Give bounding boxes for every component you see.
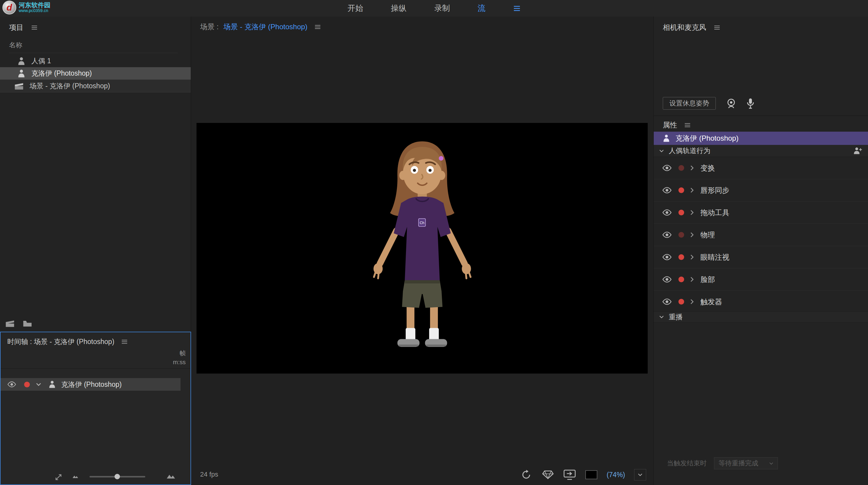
behavior-label: 触发器 [701,297,722,307]
puppet-leg-right [430,305,438,331]
visibility-eye-icon[interactable] [662,209,672,216]
replays-section-header[interactable]: 重播 [654,311,868,323]
scene-title-link[interactable]: 场景 - 克洛伊 (Photoshop) [223,22,307,32]
timeline-zoom-slider[interactable] [90,476,145,478]
puppet-leg-left [407,305,414,331]
timeline-zoom-slider-knob[interactable] [115,474,120,479]
scene-panel-menu-icon[interactable] [315,25,321,29]
visibility-eye-icon[interactable] [662,187,672,193]
chevron-right-icon[interactable] [690,299,694,304]
chevron-right-icon[interactable] [690,254,694,260]
chevron-right-icon[interactable] [690,210,694,216]
arm-record-dot[interactable] [24,382,30,387]
tab-start[interactable]: 开始 [347,3,363,13]
behavior-row-face[interactable]: 脸部 [654,268,868,291]
arm-record-dot[interactable] [678,210,684,216]
chevron-right-icon[interactable] [690,232,694,238]
tab-rig[interactable]: 操纵 [391,3,407,13]
chevron-down-icon [769,462,773,465]
puppet-icon [49,381,56,388]
behavior-row-physics[interactable]: 物理 [654,224,868,246]
tab-record[interactable]: 录制 [434,3,450,13]
tab-stream[interactable]: 流 [478,3,486,13]
visibility-eye-icon[interactable] [662,165,672,171]
zoom-out-icon[interactable] [72,475,79,478]
visibility-eye-icon[interactable] [662,298,672,305]
visibility-eye-icon[interactable] [662,276,672,283]
behavior-row-eyegaze[interactable]: 眼睛注视 [654,246,868,268]
new-folder-icon[interactable] [23,320,32,327]
chevron-down-icon[interactable] [36,383,41,386]
workspace-menu-icon[interactable] [513,6,521,11]
zoom-level-label[interactable]: (74%) [607,471,625,479]
timeline-track-label: 克洛伊 (Photoshop) [61,380,122,389]
camera-icon[interactable] [726,98,736,108]
fit-timeline-icon[interactable] [55,474,62,481]
refresh-icon[interactable] [520,469,532,481]
project-item-scene-chloe[interactable]: 场景 - 克洛伊 (Photoshop) [0,79,191,93]
diamond-icon[interactable] [541,469,554,481]
chevron-right-icon[interactable] [690,187,694,193]
selected-puppet-label: 克洛伊 (Photoshop) [675,133,738,143]
watermark-site-name: 河东软件园 [19,1,50,8]
properties-panel-menu-icon[interactable] [684,123,690,127]
timeline-track-chloe[interactable]: 克洛伊 (Photoshop) [1,378,181,391]
puppet-shorts [402,280,442,308]
chevron-right-icon[interactable] [690,277,694,282]
scene-title-prefix: 场景 : [200,22,218,32]
arm-record-dot[interactable] [678,165,684,171]
visibility-eye-icon[interactable] [662,232,672,238]
timeline-panel-menu-icon[interactable] [121,340,127,344]
zoom-in-icon[interactable] [166,474,176,479]
timeline-zoom-toolbar [1,472,190,482]
puppet-sock-left [406,328,415,341]
puppet-icon [18,69,25,78]
arm-record-dot[interactable] [678,299,684,304]
camera-panel-title: 相机和麦克风 [663,23,706,32]
visibility-eye-icon[interactable] [7,381,16,387]
properties-panel-title: 属性 [663,120,677,130]
puppet-chloe[interactable]: Ch [353,137,491,348]
add-behavior-icon[interactable] [853,147,862,155]
set-rest-pose-button[interactable]: 设置休息姿势 [663,97,716,110]
behavior-row-triggers[interactable]: 触发器 [654,291,868,313]
project-name-column-header[interactable]: 名称 [9,41,178,53]
behavior-row-transform[interactable]: 变换 [654,157,868,179]
background-color-icon[interactable] [585,469,598,481]
trigger-end-dropdown[interactable]: 等待重播完成 [714,457,778,469]
arm-record-dot[interactable] [678,254,684,260]
puppet-icon [18,57,25,65]
visibility-eye-icon[interactable] [662,254,672,260]
new-scene-icon[interactable] [5,320,14,327]
chevron-right-icon[interactable] [690,165,694,171]
chevron-down-icon[interactable] [659,150,664,153]
behaviors-section-header[interactable]: 人偶轨道行为 [654,145,868,157]
timeline-frames-unit: 帧 [173,349,186,358]
microphone-icon[interactable] [747,98,754,109]
behavior-label: 物理 [701,230,715,240]
chevron-down-icon[interactable] [659,315,664,318]
arm-record-dot[interactable] [678,232,684,238]
timeline-panel: 时间轴 : 场景 - 克洛伊 (Photoshop) 帧 m:ss 克洛伊 (P… [0,332,191,485]
arm-record-dot[interactable] [678,277,684,282]
puppet-hair-clip [439,156,443,161]
timeline-panel-title: 时间轴 : 场景 - 克洛伊 (Photoshop) [7,337,114,347]
project-item-puppet1[interactable]: 人偶 1 [0,55,191,67]
behavior-row-dragger[interactable]: 拖动工具 [654,201,868,224]
puppet-pupil-right [429,169,432,172]
scene-canvas[interactable]: Ch [196,123,648,374]
behavior-row-lipsync[interactable]: 唇形同步 [654,179,868,201]
camera-panel-menu-icon[interactable] [714,25,720,30]
mirror-display-icon[interactable] [563,469,576,481]
puppet-arm-right [448,230,464,264]
zoom-dropdown-chevron-icon[interactable] [634,469,646,481]
scene-panel: 场景 : 场景 - 克洛伊 (Photoshop) [191,17,653,485]
site-watermark: d 河东软件园 www.pc0359.cn [2,1,50,14]
project-item-chloe[interactable]: 克洛伊 (Photoshop) [0,67,191,79]
project-item-label: 人偶 1 [31,56,51,66]
properties-panel: 属性 克洛伊 (Photoshop) 人偶轨道行为 [653,116,868,485]
camera-mic-panel: 相机和麦克风 设置休息姿势 [653,17,868,116]
arm-record-dot[interactable] [678,187,684,193]
project-panel-menu-icon[interactable] [31,25,37,30]
selected-puppet-row[interactable]: 克洛伊 (Photoshop) [654,132,868,145]
